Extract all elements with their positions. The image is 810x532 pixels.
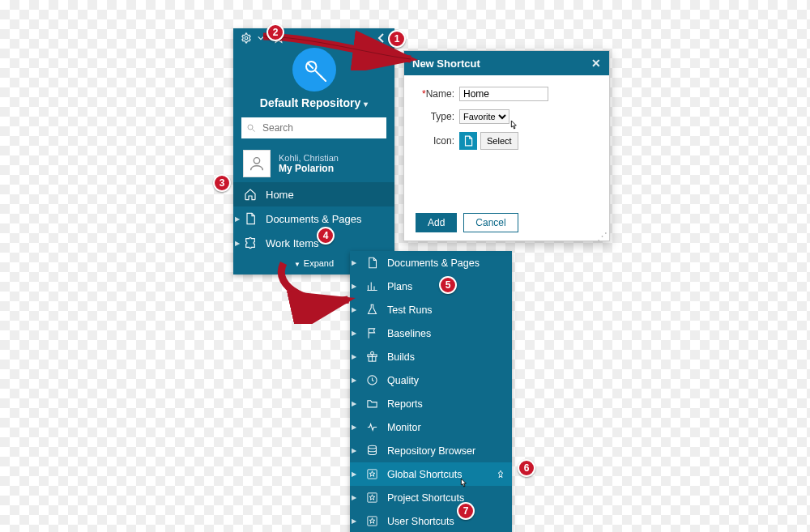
nav-work-items-label: Work Items (266, 237, 319, 249)
search-container (233, 111, 394, 145)
folder-icon (364, 398, 379, 410)
add-button[interactable]: Add (416, 213, 457, 232)
resize-grip-icon[interactable]: ⋰ (597, 234, 608, 239)
expanded-menu: ▶Documents & Pages▶Plans▶Test Runs▶Basel… (350, 251, 512, 532)
expanded-item-label: Repository Browser (387, 445, 475, 457)
field-name: *Name: (419, 87, 598, 101)
chevron-right-icon: ▶ (235, 240, 240, 247)
new-shortcut-dialog: New Shortcut ✕ *Name: Type: Favorite Ico… (403, 50, 610, 241)
clock-icon (364, 374, 379, 386)
dialog-body: *Name: Type: Favorite Icon: Select (404, 75, 609, 198)
svg-point-4 (248, 125, 253, 130)
chevron-right-icon: ▶ (352, 494, 356, 501)
user-scope: My Polarion (279, 163, 339, 174)
expanded-item-label: Builds (387, 351, 415, 363)
search-input[interactable] (241, 117, 386, 138)
icon-preview (459, 132, 477, 150)
star-box-icon (364, 492, 379, 504)
expanded-item-global-shortcuts[interactable]: ▶Global Shortcuts (350, 462, 512, 486)
annotation-badge-1: 1 (388, 30, 406, 48)
svg-point-10 (368, 445, 376, 449)
expanded-item-builds[interactable]: ▶Builds (350, 345, 512, 368)
close-icon[interactable]: ✕ (591, 57, 601, 70)
expanded-item-user-shortcuts[interactable]: ▶User Shortcuts (350, 509, 512, 532)
expanded-item-label: Reports (387, 398, 423, 410)
icon-label: Icon: (419, 135, 454, 147)
flag-icon (364, 327, 379, 339)
expanded-item-monitor[interactable]: ▶Monitor (350, 415, 512, 439)
star-box-icon (364, 468, 379, 480)
chevron-right-icon: ▶ (352, 423, 356, 431)
nav-documents-label: Documents & Pages (266, 213, 362, 225)
cursor-pointer-icon (507, 118, 520, 133)
svg-line-5 (253, 130, 255, 132)
expanded-item-label: Quality (387, 375, 419, 386)
expanded-item-label: Baselines (387, 328, 431, 339)
name-label: *Name: (419, 88, 454, 100)
name-input[interactable] (459, 87, 548, 101)
type-select[interactable]: Favorite (459, 109, 509, 124)
svg-marker-14 (369, 495, 375, 500)
field-type: Type: Favorite (419, 109, 598, 124)
annotation-badge-7: 7 (457, 502, 475, 520)
expanded-item-repository-browser[interactable]: ▶Repository Browser (350, 439, 512, 462)
repository-title-text: Default Repository (260, 96, 360, 109)
svg-line-3 (315, 70, 322, 78)
doc-icon (243, 212, 258, 225)
nav-home[interactable]: Home (233, 182, 394, 206)
icon-select-button[interactable]: Select (480, 132, 518, 150)
expanded-item-quality[interactable]: ▶Quality (350, 368, 512, 392)
svg-marker-16 (369, 518, 375, 524)
dialog-footer: Add Cancel (416, 213, 518, 232)
chevron-right-icon: ▶ (352, 377, 356, 384)
expanded-item-label: Monitor (387, 422, 421, 433)
search-icon (246, 123, 256, 133)
gear-icon[interactable] (240, 32, 253, 45)
nav-documents[interactable]: ▶ Documents & Pages (233, 206, 394, 231)
chevron-right-icon: ▶ (352, 330, 356, 337)
stack-icon (364, 445, 379, 457)
expanded-item-label: Plans (387, 281, 412, 292)
chevron-right-icon: ▶ (352, 447, 356, 454)
caret-down-icon: ▾ (364, 100, 368, 109)
annotation-badge-4: 4 (317, 227, 335, 245)
expanded-item-reports[interactable]: ▶Reports (350, 392, 512, 415)
cursor-pointer-icon (457, 476, 470, 491)
svg-marker-12 (369, 471, 375, 477)
dialog-title: New Shortcut (412, 57, 480, 70)
expanded-item-label: User Shortcuts (387, 516, 454, 527)
user-name: Kohli, Christian (279, 153, 339, 163)
expanded-item-label: Documents & Pages (387, 257, 480, 269)
expanded-item-documents-pages[interactable]: ▶Documents & Pages (350, 251, 512, 275)
repository-title[interactable]: Default Repository▾ (233, 96, 394, 111)
expanded-item-project-shortcuts[interactable]: ▶Project Shortcuts (350, 486, 512, 509)
pin-icon[interactable] (496, 470, 505, 479)
dialog-titlebar: New Shortcut ✕ (404, 51, 609, 75)
cancel-button[interactable]: Cancel (463, 213, 518, 232)
chevron-right-icon: ▶ (352, 400, 356, 407)
annotation-badge-6: 6 (518, 459, 535, 477)
chevron-right-icon: ▶ (352, 470, 356, 478)
field-icon: Icon: Select (419, 132, 598, 150)
svg-point-0 (245, 36, 248, 40)
chevron-right-icon: ▶ (352, 517, 356, 525)
expanded-item-test-runs[interactable]: ▶Test Runs (350, 298, 512, 321)
user-block[interactable]: Kohli, Christian My Polarion (233, 145, 394, 182)
puzzle-icon (243, 236, 258, 249)
pulse-icon (364, 421, 379, 433)
expanded-item-label: Test Runs (387, 304, 433, 316)
gift-icon (364, 351, 379, 363)
annotation-badge-2: 2 (266, 23, 284, 41)
expanded-item-label: Global Shortcuts (387, 469, 462, 480)
annotation-arrow-2 (267, 259, 373, 324)
annotation-badge-3: 3 (213, 174, 231, 192)
chevron-right-icon: ▶ (235, 215, 240, 223)
expanded-item-baselines[interactable]: ▶Baselines (350, 321, 512, 345)
type-label: Type: (419, 111, 454, 122)
chevron-right-icon: ▶ (352, 353, 356, 360)
expanded-item-plans[interactable]: ▶Plans (350, 275, 512, 298)
annotation-badge-5: 5 (439, 276, 457, 294)
nav-home-label: Home (266, 189, 294, 201)
home-icon (243, 188, 258, 201)
user-avatar-icon (243, 150, 271, 177)
